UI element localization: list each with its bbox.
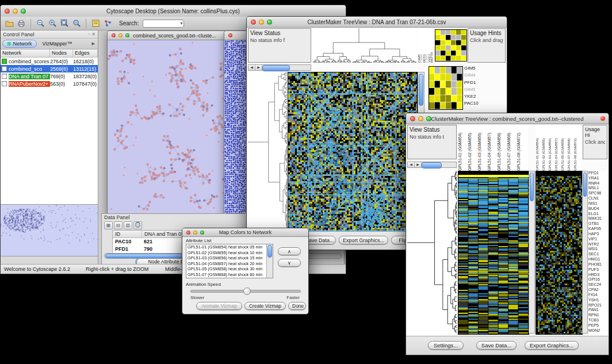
move-up-button[interactable]: ∧: [278, 247, 301, 255]
gene-label[interactable]: GIM3: [464, 86, 491, 93]
gene-label[interactable]: KAP95: [588, 227, 608, 232]
minimize-icon[interactable]: [418, 116, 423, 121]
scrollbar-thumb[interactable]: [583, 173, 587, 197]
close-icon[interactable]: ✕: [91, 32, 95, 37]
gene-label[interactable]: NTR2: [588, 242, 608, 247]
column-label[interactable]: GPL51-07 (GSM868): [567, 125, 573, 171]
move-down-button[interactable]: ∨: [278, 259, 301, 267]
zoom-icon[interactable]: [267, 20, 272, 25]
close-icon[interactable]: [410, 116, 415, 121]
attribute-list-item[interactable]: GPL51-02 (GSM855) heat shock 10 min: [186, 250, 267, 256]
create-vizmap-button[interactable]: Create Vizmap: [244, 302, 286, 310]
attribute-list-item[interactable]: GPL51-05 (GSM858) heat shock 30 min: [186, 266, 267, 272]
attribute-list-item[interactable]: GPL51-01 (GSM854) heat shock 05 min: [186, 244, 267, 250]
network-list-row[interactable]: combined_scores2764(0)16218(0): [1, 58, 98, 65]
attribute-list-item[interactable]: GPL51-07 (GSM868) heat shock 60 min: [186, 272, 267, 278]
scroll-right-icon[interactable]: ▶: [255, 65, 262, 70]
gene-label[interactable]: PHO81: [588, 262, 608, 267]
gene-label[interactable]: TCB3: [588, 318, 608, 323]
network-edit-icon[interactable]: [102, 18, 113, 29]
scrollbar-thumb[interactable]: [530, 173, 534, 201]
column-label[interactable]: GPL51-03 (GSM856): [548, 125, 554, 171]
gene-label[interactable]: SPC98: [588, 191, 608, 196]
scrollbar-thumb[interactable]: [267, 245, 272, 258]
column-label[interactable]: GPL51-08 (GSM872): [573, 125, 580, 171]
column-label[interactable]: GPL51-04 (GSM857): [554, 125, 561, 171]
gene-label[interactable]: HAP3: [588, 232, 608, 237]
column-label[interactable]: GPL51-01 (GSM854): [536, 125, 542, 171]
minimize-icon[interactable]: [259, 20, 264, 25]
column-dendrogram-canvas[interactable]: [312, 28, 417, 63]
close-icon[interactable]: [5, 9, 10, 14]
minimize-icon[interactable]: [118, 33, 123, 37]
animate-vizmap-button[interactable]: Animate Vizmap: [196, 302, 242, 310]
horizontal-scrollbar[interactable]: ◀ ▶: [407, 162, 457, 168]
gene-label[interactable]: RNR4: [588, 181, 608, 186]
column-label[interactable]: GIM3: [425, 28, 427, 63]
zoom-fit-icon[interactable]: [59, 18, 70, 29]
gene-label[interactable]: GIM4: [464, 72, 491, 79]
close-icon[interactable]: [186, 231, 190, 235]
scrollbar-thumb[interactable]: [262, 65, 290, 71]
gene-label[interactable]: YKE2: [464, 93, 491, 100]
attribute-list-item[interactable]: GPL51-04 (GSM857) heat shock 20 min: [186, 261, 267, 267]
gene-label[interactable]: MAK31: [588, 216, 608, 221]
zoom-out-icon[interactable]: [35, 18, 45, 29]
animation-speed-slider[interactable]: [190, 290, 301, 293]
column-label[interactable]: GPL51-04 (GSM857): [487, 125, 497, 171]
table-rows-icon[interactable]: ▤: [114, 221, 123, 229]
scrollbar-track[interactable]: [422, 162, 456, 167]
scrollbar-thumb[interactable]: [419, 74, 423, 106]
vertical-scrollbar[interactable]: [266, 244, 273, 278]
search-input[interactable]: ▾: [143, 20, 184, 28]
gene-label[interactable]: SEC1: [588, 252, 608, 257]
row-dendrogram-canvas[interactable]: [248, 72, 287, 231]
column-label[interactable]: GPL51-03 (GSM856): [477, 125, 487, 171]
scrollbar-track[interactable]: [262, 65, 311, 70]
column-header-nodes[interactable]: Nodes: [50, 49, 73, 57]
title-bar[interactable]: ClusterMaker TreeView : DNA and Tran 07-…: [247, 17, 507, 28]
gene-label[interactable]: RPO21: [588, 303, 608, 308]
column-label[interactable]: GPL51-02 (GSM855): [468, 125, 477, 171]
gene-label[interactable]: CLN1: [588, 196, 608, 201]
export-graphics-button[interactable]: Export Graphics...: [525, 341, 579, 350]
scroll-left-icon[interactable]: ◀: [248, 65, 255, 70]
tab-vizmapper[interactable]: VizMapper™: [39, 40, 76, 47]
gene-label[interactable]: NIS1: [588, 201, 608, 206]
gene-label[interactable]: PAC10: [464, 100, 491, 107]
annotation-icon[interactable]: [90, 18, 101, 29]
scroll-left-icon[interactable]: ◀: [408, 162, 415, 167]
zoom-selected-icon[interactable]: [71, 18, 82, 29]
gene-label[interactable]: GIM5: [464, 65, 491, 72]
network-list-row[interactable]: combined_sco2569(6)13112(15): [1, 65, 98, 72]
table-grid-icon[interactable]: ▦: [104, 221, 113, 229]
tab-network[interactable]: ▦ Network: [2, 40, 37, 48]
column-labels[interactable]: GIM5GIM4PFD1GIM3YKE2PAC10: [418, 28, 434, 63]
chevron-right-icon[interactable]: ▶: [92, 41, 96, 46]
column-label[interactable]: GPL51-08 (GSM872): [517, 125, 526, 171]
gene-label[interactable]: GTB1: [588, 221, 608, 227]
gene-label[interactable]: YRA1: [588, 176, 608, 181]
column-labels-secondary[interactable]: GPL51-01 (GSM854)GPL51-02 (GSM855)GPL51-…: [536, 125, 582, 171]
gene-matrix-canvas[interactable]: [429, 66, 463, 110]
gene-label[interactable]: GPI16: [588, 277, 608, 282]
gene-label[interactable]: MSL1: [588, 186, 608, 191]
gene-label[interactable]: MSI1: [588, 247, 608, 252]
network-view-canvas[interactable]: [108, 40, 240, 214]
heatmap-canvas[interactable]: [288, 72, 418, 232]
gene-label[interactable]: ELG1: [588, 212, 608, 217]
gene-labels[interactable]: PFD1YRA1RNR4MSL1SPC98CLN1NIS1BUD4ELG1MAK…: [588, 171, 608, 334]
scroll-right-icon[interactable]: ▶: [415, 162, 422, 167]
gene-label[interactable]: RPN1: [588, 313, 608, 318]
gene-label[interactable]: PFD1: [588, 171, 608, 176]
title-bar[interactable]: Map Colors to Network: [182, 228, 308, 237]
network-list-row[interactable]: DNA and Tran 07769(0)183728(0): [1, 72, 98, 80]
heatmap-canvas[interactable]: [458, 171, 529, 335]
row-dendrogram-canvas[interactable]: [407, 171, 457, 334]
scrollbar-thumb[interactable]: [422, 162, 442, 168]
minimize-icon[interactable]: [193, 231, 197, 235]
gene-label[interactable]: MON2: [588, 328, 608, 334]
done-button[interactable]: Done: [288, 302, 306, 310]
column-label[interactable]: GPL51-01 (GSM854): [458, 125, 468, 171]
print-icon[interactable]: [16, 18, 26, 29]
